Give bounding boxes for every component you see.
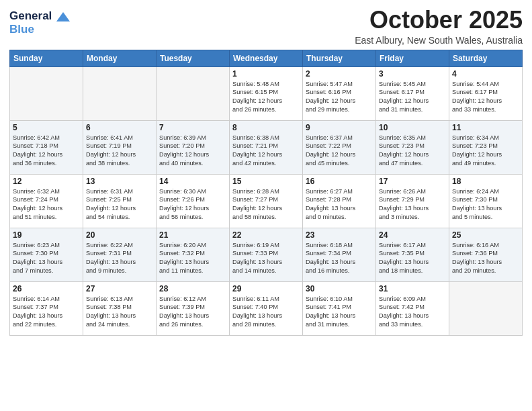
day-info: Sunrise: 6:11 AM Sunset: 7:40 PM Dayligh… bbox=[232, 295, 300, 330]
calendar-cell: 31Sunrise: 6:09 AM Sunset: 7:42 PM Dayli… bbox=[376, 281, 449, 335]
calendar-row-3: 19Sunrise: 6:23 AM Sunset: 7:30 PM Dayli… bbox=[10, 228, 523, 281]
calendar-row-4: 26Sunrise: 6:14 AM Sunset: 7:37 PM Dayli… bbox=[10, 281, 523, 335]
day-number: 31 bbox=[379, 284, 446, 293]
calendar-cell: 16Sunrise: 6:27 AM Sunset: 7:28 PM Dayli… bbox=[303, 174, 376, 228]
day-number: 6 bbox=[86, 123, 153, 132]
calendar-cell: 5Sunrise: 6:42 AM Sunset: 7:18 PM Daylig… bbox=[10, 120, 83, 174]
day-info: Sunrise: 6:41 AM Sunset: 7:19 PM Dayligh… bbox=[86, 134, 153, 169]
day-info: Sunrise: 6:20 AM Sunset: 7:32 PM Dayligh… bbox=[159, 241, 226, 276]
day-number: 18 bbox=[452, 177, 519, 186]
day-info: Sunrise: 5:44 AM Sunset: 6:17 PM Dayligh… bbox=[452, 80, 519, 115]
day-info: Sunrise: 6:42 AM Sunset: 7:18 PM Dayligh… bbox=[13, 134, 80, 169]
calendar-cell: 9Sunrise: 6:37 AM Sunset: 7:22 PM Daylig… bbox=[303, 120, 376, 174]
day-number: 8 bbox=[232, 123, 300, 132]
day-info: Sunrise: 6:35 AM Sunset: 7:23 PM Dayligh… bbox=[379, 134, 446, 169]
logo: General Blue bbox=[9, 7, 70, 36]
day-info: Sunrise: 6:37 AM Sunset: 7:22 PM Dayligh… bbox=[306, 134, 373, 169]
header-row: Sunday Monday Tuesday Wednesday Thursday… bbox=[10, 50, 523, 66]
calendar-cell: 26Sunrise: 6:14 AM Sunset: 7:37 PM Dayli… bbox=[10, 281, 83, 335]
day-info: Sunrise: 5:45 AM Sunset: 6:17 PM Dayligh… bbox=[379, 80, 446, 115]
calendar-cell: 11Sunrise: 6:34 AM Sunset: 7:23 PM Dayli… bbox=[449, 120, 523, 174]
calendar-cell bbox=[10, 66, 83, 120]
col-thursday: Thursday bbox=[303, 50, 376, 66]
day-number: 10 bbox=[379, 123, 446, 132]
day-number: 7 bbox=[159, 123, 226, 132]
day-number: 19 bbox=[13, 230, 80, 240]
calendar-cell: 14Sunrise: 6:30 AM Sunset: 7:26 PM Dayli… bbox=[157, 174, 230, 228]
day-info: Sunrise: 6:38 AM Sunset: 7:21 PM Dayligh… bbox=[232, 134, 300, 169]
day-info: Sunrise: 6:22 AM Sunset: 7:31 PM Dayligh… bbox=[86, 241, 153, 276]
calendar-cell: 23Sunrise: 6:18 AM Sunset: 7:34 PM Dayli… bbox=[303, 228, 376, 281]
day-number: 13 bbox=[86, 177, 153, 186]
calendar-row-0: 1Sunrise: 5:48 AM Sunset: 6:15 PM Daylig… bbox=[10, 66, 523, 120]
calendar-cell: 6Sunrise: 6:41 AM Sunset: 7:19 PM Daylig… bbox=[83, 120, 157, 174]
calendar-cell: 29Sunrise: 6:11 AM Sunset: 7:40 PM Dayli… bbox=[230, 281, 303, 335]
day-number: 21 bbox=[159, 230, 226, 240]
calendar-cell: 24Sunrise: 6:17 AM Sunset: 7:35 PM Dayli… bbox=[376, 228, 449, 281]
month-title: October 2025 bbox=[355, 7, 523, 34]
calendar-cell: 19Sunrise: 6:23 AM Sunset: 7:30 PM Dayli… bbox=[10, 228, 83, 281]
day-number: 28 bbox=[159, 284, 226, 293]
calendar-cell: 17Sunrise: 6:26 AM Sunset: 7:29 PM Dayli… bbox=[376, 174, 449, 228]
day-number: 3 bbox=[379, 69, 446, 79]
day-info: Sunrise: 6:23 AM Sunset: 7:30 PM Dayligh… bbox=[13, 241, 80, 276]
calendar-cell: 2Sunrise: 5:47 AM Sunset: 6:16 PM Daylig… bbox=[303, 66, 376, 120]
logo-general: General bbox=[9, 9, 70, 23]
day-info: Sunrise: 6:32 AM Sunset: 7:24 PM Dayligh… bbox=[13, 187, 80, 222]
day-number: 17 bbox=[379, 177, 446, 186]
calendar-cell: 15Sunrise: 6:28 AM Sunset: 7:27 PM Dayli… bbox=[230, 174, 303, 228]
day-info: Sunrise: 6:31 AM Sunset: 7:25 PM Dayligh… bbox=[86, 187, 153, 222]
calendar-cell: 3Sunrise: 5:45 AM Sunset: 6:17 PM Daylig… bbox=[376, 66, 449, 120]
col-monday: Monday bbox=[83, 50, 157, 66]
day-number: 2 bbox=[306, 69, 373, 79]
subtitle: East Albury, New South Wales, Australia bbox=[355, 35, 523, 46]
day-info: Sunrise: 6:28 AM Sunset: 7:27 PM Dayligh… bbox=[232, 187, 300, 222]
logo-blue: Blue bbox=[9, 23, 70, 36]
calendar-cell: 27Sunrise: 6:13 AM Sunset: 7:38 PM Dayli… bbox=[83, 281, 157, 335]
day-number: 25 bbox=[452, 230, 519, 240]
day-number: 4 bbox=[452, 69, 519, 79]
day-number: 22 bbox=[232, 230, 300, 240]
day-info: Sunrise: 5:47 AM Sunset: 6:16 PM Dayligh… bbox=[306, 80, 373, 115]
day-number: 15 bbox=[232, 177, 300, 186]
title-block: October 2025 East Albury, New South Wale… bbox=[355, 7, 523, 46]
calendar-cell: 18Sunrise: 6:24 AM Sunset: 7:30 PM Dayli… bbox=[449, 174, 523, 228]
logo-icon bbox=[56, 12, 70, 21]
calendar-cell: 13Sunrise: 6:31 AM Sunset: 7:25 PM Dayli… bbox=[83, 174, 157, 228]
col-sunday: Sunday bbox=[10, 50, 83, 66]
day-number: 27 bbox=[86, 284, 153, 293]
calendar-cell: 12Sunrise: 6:32 AM Sunset: 7:24 PM Dayli… bbox=[10, 174, 83, 228]
day-info: Sunrise: 6:14 AM Sunset: 7:37 PM Dayligh… bbox=[13, 295, 80, 330]
day-info: Sunrise: 5:48 AM Sunset: 6:15 PM Dayligh… bbox=[232, 80, 300, 115]
col-wednesday: Wednesday bbox=[230, 50, 303, 66]
calendar-cell: 8Sunrise: 6:38 AM Sunset: 7:21 PM Daylig… bbox=[230, 120, 303, 174]
calendar-row-1: 5Sunrise: 6:42 AM Sunset: 7:18 PM Daylig… bbox=[10, 120, 523, 174]
calendar-cell: 10Sunrise: 6:35 AM Sunset: 7:23 PM Dayli… bbox=[376, 120, 449, 174]
day-number: 26 bbox=[13, 284, 80, 293]
day-number: 1 bbox=[232, 69, 300, 79]
day-info: Sunrise: 6:17 AM Sunset: 7:35 PM Dayligh… bbox=[379, 241, 446, 276]
day-number: 20 bbox=[86, 230, 153, 240]
day-info: Sunrise: 6:30 AM Sunset: 7:26 PM Dayligh… bbox=[159, 187, 226, 222]
day-info: Sunrise: 6:34 AM Sunset: 7:23 PM Dayligh… bbox=[452, 134, 519, 169]
calendar-cell bbox=[83, 66, 157, 120]
day-info: Sunrise: 6:12 AM Sunset: 7:39 PM Dayligh… bbox=[159, 295, 226, 330]
day-info: Sunrise: 6:16 AM Sunset: 7:36 PM Dayligh… bbox=[452, 241, 519, 276]
calendar-cell: 20Sunrise: 6:22 AM Sunset: 7:31 PM Dayli… bbox=[83, 228, 157, 281]
day-info: Sunrise: 6:18 AM Sunset: 7:34 PM Dayligh… bbox=[306, 241, 373, 276]
day-number: 9 bbox=[306, 123, 373, 132]
day-info: Sunrise: 6:39 AM Sunset: 7:20 PM Dayligh… bbox=[159, 134, 226, 169]
calendar-cell bbox=[157, 66, 230, 120]
col-tuesday: Tuesday bbox=[157, 50, 230, 66]
calendar-cell: 22Sunrise: 6:19 AM Sunset: 7:33 PM Dayli… bbox=[230, 228, 303, 281]
col-friday: Friday bbox=[376, 50, 449, 66]
day-info: Sunrise: 6:26 AM Sunset: 7:29 PM Dayligh… bbox=[379, 187, 446, 222]
day-info: Sunrise: 6:13 AM Sunset: 7:38 PM Dayligh… bbox=[86, 295, 153, 330]
page: General Blue October 2025 East Albury, N… bbox=[0, 0, 532, 411]
col-saturday: Saturday bbox=[449, 50, 523, 66]
calendar-cell: 28Sunrise: 6:12 AM Sunset: 7:39 PM Dayli… bbox=[157, 281, 230, 335]
calendar-cell: 25Sunrise: 6:16 AM Sunset: 7:36 PM Dayli… bbox=[449, 228, 523, 281]
day-number: 5 bbox=[13, 123, 80, 132]
day-info: Sunrise: 6:10 AM Sunset: 7:41 PM Dayligh… bbox=[306, 295, 373, 330]
calendar-cell: 7Sunrise: 6:39 AM Sunset: 7:20 PM Daylig… bbox=[157, 120, 230, 174]
